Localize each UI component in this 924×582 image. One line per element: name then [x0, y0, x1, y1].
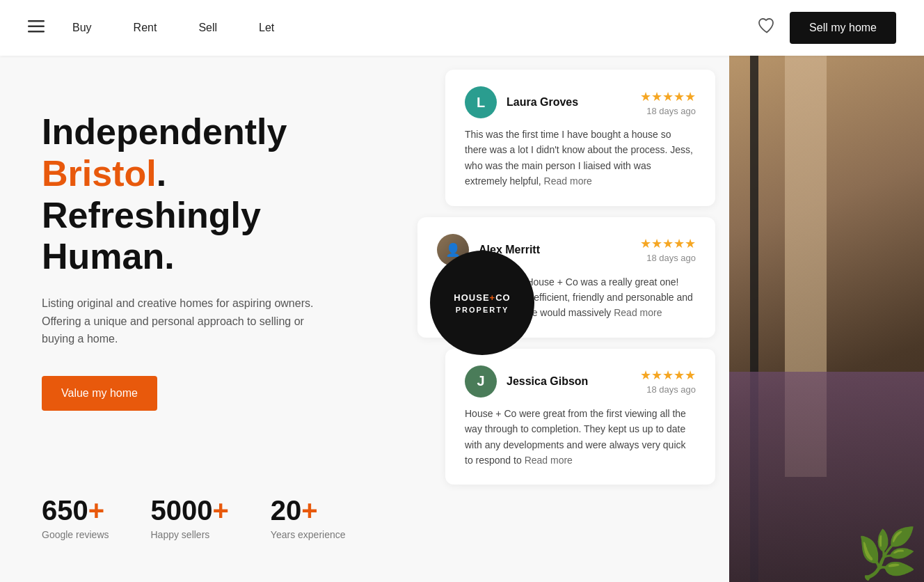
reviewer-name-2: Jessica Gibson: [507, 375, 630, 388]
review-stars-0: ★★★★★: [640, 89, 696, 104]
review-stars-2: ★★★★★: [640, 368, 696, 383]
reviews-panel: L Laura Groves ★★★★★ 18 days ago This wa…: [404, 56, 729, 582]
hero-title: Independently Bristol. Refreshingly Huma…: [42, 111, 362, 278]
hero-title-line1: Independently Bristol.: [42, 111, 287, 194]
stat-label-sellers: Happy sellers: [151, 529, 229, 540]
nav-right: Sell my home: [758, 12, 896, 44]
svg-rect-0: [28, 20, 45, 22]
favorites-button[interactable]: [758, 17, 776, 38]
nav-buy[interactable]: Buy: [72, 22, 92, 34]
logo-line2: PROPERTY: [456, 306, 509, 314]
brand-logo: HOUSE+CO PROPERTY: [430, 251, 534, 355]
review-time-2: 18 days ago: [640, 384, 696, 395]
value-my-home-button[interactable]: Value my home: [42, 376, 157, 411]
reviewer-avatar-2: J: [465, 365, 497, 398]
stat-google-reviews: 650+ Google reviews: [42, 495, 109, 540]
review-stars-1: ★★★★★: [640, 236, 696, 251]
hero-section: Independently Bristol. Refreshingly Huma…: [42, 111, 362, 411]
stat-label-years: Years experience: [271, 529, 346, 540]
left-panel: Independently Bristol. Refreshingly Huma…: [0, 56, 404, 582]
stat-label-reviews: Google reviews: [42, 529, 109, 540]
nav-rent[interactable]: Rent: [134, 22, 157, 34]
svg-rect-2: [28, 31, 45, 33]
stats-row: 650+ Google reviews 5000+ Happy sellers …: [42, 495, 362, 540]
svg-rect-1: [28, 26, 45, 28]
interior-photo: 🌿: [729, 56, 924, 582]
review-card-0: L Laura Groves ★★★★★ 18 days ago This wa…: [445, 70, 715, 206]
review-text-0: This was the first time I have bought a …: [465, 127, 696, 189]
review-time-1: 18 days ago: [640, 253, 696, 263]
stat-number-years: 20: [271, 495, 302, 526]
read-more-0[interactable]: Read more: [544, 175, 592, 187]
stat-happy-sellers: 5000+ Happy sellers: [151, 495, 229, 540]
stat-number-sellers: 5000: [151, 495, 213, 526]
review-time-0: 18 days ago: [640, 106, 696, 116]
hero-subtitle: Listing original and creative homes for …: [42, 294, 320, 348]
reviewer-avatar-0: L: [465, 86, 497, 118]
stat-number-reviews: 650: [42, 495, 88, 526]
read-more-2[interactable]: Read more: [525, 455, 573, 466]
logo-line1: HOUSE+CO: [454, 292, 510, 303]
hero-photo-panel: 🌿: [729, 56, 924, 582]
stat-years-experience: 20+ Years experience: [271, 495, 346, 540]
review-text-2: House + Co were great from the first vie…: [465, 406, 696, 469]
nav-let[interactable]: Let: [259, 22, 274, 34]
read-more-1[interactable]: Read more: [614, 307, 662, 318]
plant-decoration: 🌿: [857, 525, 917, 582]
main-content: Independently Bristol. Refreshingly Huma…: [0, 56, 924, 582]
sell-my-home-button[interactable]: Sell my home: [790, 12, 896, 44]
navbar: Buy Rent Sell Let Sell my home: [0, 0, 924, 56]
nav-links: Buy Rent Sell Let: [72, 22, 758, 34]
reviewer-name-0: Laura Groves: [507, 96, 630, 109]
hero-title-line2: Refreshingly Human.: [42, 195, 261, 277]
nav-sell[interactable]: Sell: [198, 22, 217, 34]
review-card-2: J Jessica Gibson ★★★★★ 18 days ago House…: [445, 349, 715, 485]
menu-icon[interactable]: [28, 20, 45, 36]
